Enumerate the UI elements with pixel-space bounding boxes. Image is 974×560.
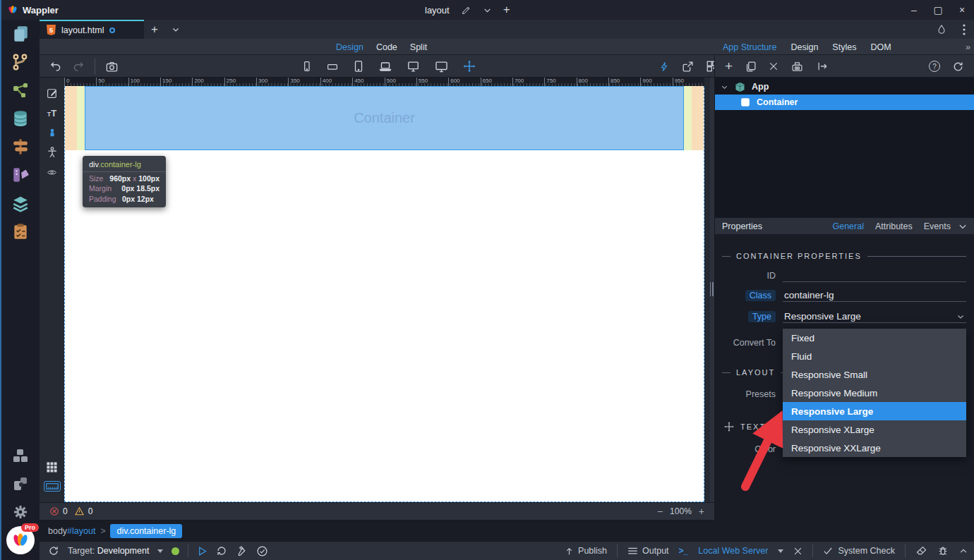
target-caret-icon[interactable]	[157, 549, 163, 553]
delete-element-icon[interactable]	[769, 61, 778, 71]
panel-splitter[interactable]	[709, 78, 714, 520]
view-mode-code[interactable]: Code	[376, 42, 397, 52]
type-dropdown-option[interactable]: Responsive XLarge	[783, 420, 966, 439]
system-check-button[interactable]: System Check	[823, 546, 895, 556]
extensions-puzzle-icon[interactable]	[1, 470, 40, 498]
warning-icon[interactable]	[74, 506, 85, 516]
add-element-button[interactable]: +	[725, 59, 733, 74]
refresh-structure-icon[interactable]	[952, 61, 964, 73]
device-desktop-icon[interactable]	[406, 60, 421, 73]
data-bindings-icon[interactable]	[1, 76, 40, 104]
server-selector[interactable]: Local Web Server	[698, 546, 768, 556]
props-tab-attributes[interactable]: Attributes	[875, 221, 913, 231]
panel-menu-kebab-icon[interactable]	[963, 24, 966, 35]
element-inspector-icon[interactable]	[40, 123, 64, 142]
container-element[interactable]: Container	[65, 86, 704, 150]
collapse-properties-chevron-icon[interactable]	[958, 221, 968, 231]
accessibility-icon[interactable]	[40, 142, 64, 162]
tree-node-container[interactable]: Container	[715, 95, 974, 110]
window-maximize-button[interactable]: ▢	[926, 0, 950, 20]
tab-app-structure[interactable]: App Structure	[723, 42, 776, 52]
props-tab-events[interactable]: Events	[924, 221, 951, 231]
copy-element-icon[interactable]	[745, 61, 757, 73]
view-mode-split[interactable]: Split	[410, 42, 427, 52]
device-phone-landscape-icon[interactable]	[325, 61, 339, 73]
output-button[interactable]: Output	[627, 546, 669, 556]
settings-gear-icon[interactable]	[1, 498, 40, 526]
tab-list-chevron-icon[interactable]	[165, 20, 186, 39]
breadcrumb-body[interactable]: body#layout	[48, 526, 95, 536]
design-canvas-page[interactable]: Container	[64, 86, 704, 502]
error-icon[interactable]	[49, 506, 59, 516]
visibility-eye-icon[interactable]	[40, 162, 64, 182]
class-input[interactable]: container-lg	[783, 289, 966, 302]
tab-design[interactable]: Design	[790, 42, 818, 52]
type-dropdown-option[interactable]: Responsive XXLarge	[783, 439, 966, 457]
close-output-icon[interactable]	[793, 547, 802, 556]
packages-icon[interactable]	[1, 442, 40, 470]
build-hammer-icon[interactable]	[236, 545, 248, 557]
debug-bug-icon[interactable]	[937, 545, 949, 557]
git-branch-icon[interactable]	[1, 48, 40, 76]
server-caret-icon[interactable]	[778, 549, 783, 553]
device-phone-icon[interactable]	[301, 59, 313, 73]
tab-styles[interactable]: Styles	[832, 42, 856, 52]
pages-icon[interactable]	[1, 20, 40, 48]
layers-icon[interactable]	[1, 189, 40, 217]
routing-signpost-icon[interactable]	[1, 133, 40, 161]
window-minimize-button[interactable]: –	[902, 0, 926, 20]
type-dropdown-option[interactable]: Fluid	[783, 347, 966, 365]
rename-pencil-icon[interactable]	[461, 5, 471, 16]
reload-icon[interactable]	[216, 545, 227, 556]
free-resize-move-icon[interactable]	[462, 59, 476, 73]
move-into-icon[interactable]	[816, 61, 829, 72]
view-mode-design[interactable]: Design	[336, 42, 363, 52]
screenshot-camera-icon[interactable]	[105, 60, 119, 73]
refresh-target-icon[interactable]	[48, 545, 59, 556]
id-input[interactable]	[783, 269, 966, 282]
zoom-in-button[interactable]: +	[699, 506, 704, 517]
clean-eraser-icon[interactable]	[915, 545, 927, 556]
save-block-icon[interactable]	[790, 61, 804, 73]
type-dropdown-option[interactable]: Responsive Large	[783, 402, 966, 420]
type-dropdown-option[interactable]: Responsive Small	[783, 365, 966, 384]
props-tab-general[interactable]: General	[832, 221, 863, 231]
window-close-button[interactable]: ×	[950, 0, 974, 20]
document-switcher-chevron-icon[interactable]	[483, 6, 492, 15]
grid-toggle-icon[interactable]	[40, 457, 64, 477]
type-select[interactable]: Responsive Large	[783, 310, 966, 323]
type-dropdown-option[interactable]: Fixed	[783, 329, 966, 347]
edit-content-icon[interactable]	[40, 83, 64, 103]
move-cross-icon[interactable]	[723, 421, 735, 432]
zoom-out-button[interactable]: −	[657, 506, 663, 517]
ruler-toggle-icon[interactable]	[44, 481, 61, 492]
text-format-icon[interactable]: TT	[40, 103, 64, 123]
design-assets-icon[interactable]	[1, 161, 40, 189]
undo-icon[interactable]	[49, 60, 62, 73]
wappler-pro-logo[interactable]: Pro	[6, 526, 35, 554]
device-laptop-icon[interactable]	[378, 60, 393, 73]
device-desktop-large-icon[interactable]	[433, 60, 450, 73]
publish-button[interactable]: Publish	[565, 546, 607, 556]
tree-node-app[interactable]: App	[715, 79, 974, 95]
tab-dom[interactable]: DOM	[870, 42, 891, 52]
target-value[interactable]: Development	[97, 546, 150, 556]
run-play-icon[interactable]	[197, 545, 208, 557]
task-checklist-icon[interactable]	[1, 217, 40, 245]
more-panels-chevrons[interactable]: »	[966, 42, 970, 52]
help-icon[interactable]: ?	[929, 61, 940, 72]
open-in-browser-icon[interactable]	[681, 60, 695, 73]
database-icon[interactable]	[1, 104, 40, 133]
device-tablet-icon[interactable]	[352, 59, 365, 73]
live-data-lightning-icon[interactable]	[659, 60, 670, 73]
breadcrumb-selected[interactable]: div.container-lg	[110, 524, 182, 538]
container-body[interactable]: Container	[85, 86, 684, 150]
theme-droplet-icon[interactable]	[936, 23, 947, 36]
splitter-grip[interactable]	[709, 282, 714, 296]
new-document-button[interactable]: +	[503, 3, 510, 17]
new-tab-button[interactable]: +	[144, 20, 165, 39]
validate-check-icon[interactable]	[256, 545, 268, 557]
redo-icon[interactable]	[72, 60, 85, 73]
type-dropdown-option[interactable]: Responsive Medium	[783, 384, 966, 402]
collapse-statusbar-chevron-icon[interactable]	[958, 547, 968, 556]
